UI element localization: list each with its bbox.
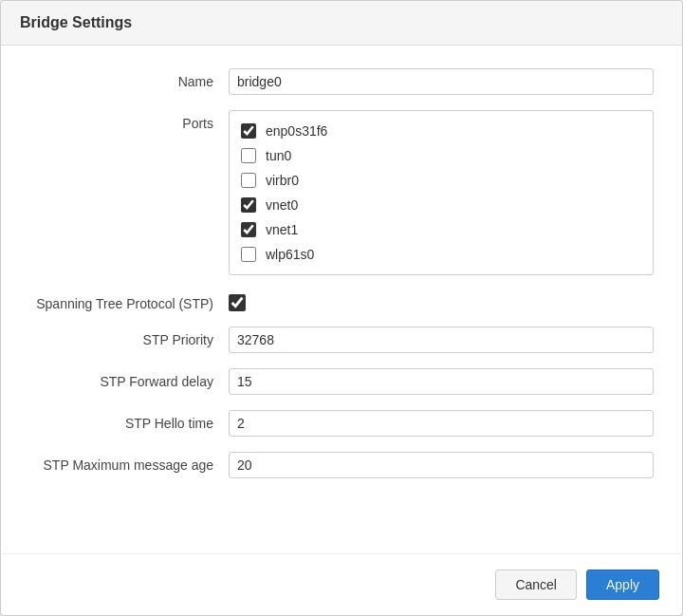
stp-label: Spanning Tree Protocol (STP): [29, 290, 229, 311]
dialog-body: Name Ports enp0s31f6 tun0: [1, 46, 682, 553]
port-checkbox-vnet1[interactable]: [241, 222, 256, 237]
port-item-enp0s31f6: enp0s31f6: [241, 119, 641, 143]
stp-max-age-row: STP Maximum message age: [29, 452, 654, 478]
dialog-header: Bridge Settings: [1, 1, 682, 46]
stp-control: [229, 290, 654, 311]
stp-hello-time-row: STP Hello time: [29, 410, 654, 437]
stp-hello-time-label: STP Hello time: [29, 410, 229, 431]
stp-checkbox[interactable]: [229, 294, 246, 311]
name-control: [229, 68, 654, 95]
port-checkbox-enp0s31f6[interactable]: [241, 123, 256, 139]
port-label-wlp61s0[interactable]: wlp61s0: [266, 247, 314, 262]
name-input[interactable]: [229, 68, 654, 95]
port-item-wlp61s0: wlp61s0: [241, 242, 641, 267]
port-checkbox-wlp61s0[interactable]: [241, 247, 256, 262]
stp-priority-control: [229, 327, 654, 353]
name-label: Name: [29, 68, 229, 89]
stp-forward-delay-label: STP Forward delay: [29, 368, 229, 389]
ports-container: enp0s31f6 tun0 virbr0 vnet0: [229, 110, 654, 275]
cancel-button[interactable]: Cancel: [495, 569, 577, 600]
stp-hello-time-control: [229, 410, 654, 437]
ports-control: enp0s31f6 tun0 virbr0 vnet0: [229, 110, 654, 275]
port-label-vnet1[interactable]: vnet1: [266, 222, 298, 237]
dialog-title: Bridge Settings: [20, 14, 132, 30]
ports-label: Ports: [29, 110, 229, 131]
stp-forward-delay-row: STP Forward delay: [29, 368, 654, 395]
port-item-vnet1: vnet1: [241, 217, 641, 242]
bridge-settings-dialog: Bridge Settings Name Ports enp0s31f6: [0, 0, 683, 616]
port-checkbox-tun0[interactable]: [241, 148, 256, 163]
stp-max-age-label: STP Maximum message age: [29, 452, 229, 473]
port-checkbox-virbr0[interactable]: [241, 173, 256, 188]
dialog-footer: Cancel Apply: [1, 553, 682, 615]
stp-forward-delay-control: [229, 368, 654, 395]
port-label-vnet0[interactable]: vnet0: [266, 197, 298, 213]
stp-priority-row: STP Priority: [29, 327, 654, 353]
port-checkbox-vnet0[interactable]: [241, 197, 256, 213]
port-item-virbr0: virbr0: [241, 168, 641, 193]
port-label-tun0[interactable]: tun0: [266, 148, 291, 163]
stp-priority-label: STP Priority: [29, 327, 229, 347]
stp-priority-input[interactable]: [229, 327, 654, 353]
port-label-virbr0[interactable]: virbr0: [266, 173, 299, 188]
port-label-enp0s31f6[interactable]: enp0s31f6: [266, 123, 327, 139]
stp-row: Spanning Tree Protocol (STP): [29, 290, 654, 311]
stp-checkbox-container: [229, 290, 654, 311]
ports-row: Ports enp0s31f6 tun0 virbr0: [29, 110, 654, 275]
stp-max-age-control: [229, 452, 654, 478]
stp-hello-time-input[interactable]: [229, 410, 654, 437]
stp-forward-delay-input[interactable]: [229, 368, 654, 395]
stp-max-age-input[interactable]: [229, 452, 654, 478]
name-row: Name: [29, 68, 654, 95]
port-item-tun0: tun0: [241, 143, 641, 168]
port-item-vnet0: vnet0: [241, 193, 641, 217]
apply-button[interactable]: Apply: [586, 569, 659, 600]
